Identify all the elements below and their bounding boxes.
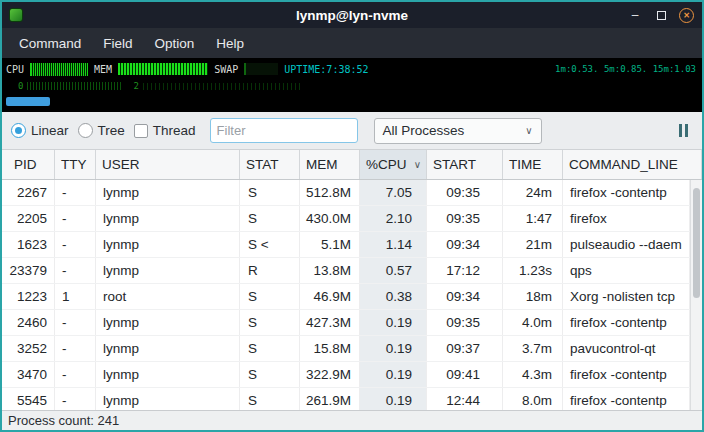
process-row[interactable]: 5545 - lynmp S 261.9M 0.19 12:44 8.0m fi… [2,388,690,410]
cell-user: lynmp [96,336,240,361]
column-header-start[interactable]: START [427,150,503,179]
cell-mem: 427.3M [300,310,360,335]
pause-icon [679,124,682,137]
cell-cpu: 0.57 [360,258,427,283]
cell-command-line: pulseaudio --daem [563,232,690,257]
cpu-history-graph [27,82,123,90]
cell-tty: - [55,206,96,231]
cell-start: 09:41 [427,362,503,387]
menu-option[interactable]: Option [144,28,206,58]
cell-stat: S [240,388,300,410]
load-average-text: 1m:0.53. 5m:0.85. 15m:1.03 [555,64,696,74]
column-header-tty[interactable]: TTY [55,150,96,179]
cell-time: 8.0m [503,388,563,410]
graph-scrollbar[interactable] [2,94,702,108]
cell-time: 21m [503,232,563,257]
cell-mem: 512.8M [300,180,360,205]
cell-mem: 261.9M [300,388,360,410]
window-title: lynmp@lyn-nvme [2,8,702,23]
column-header-stat[interactable]: STAT [240,150,300,179]
thread-checkbox-option[interactable]: Thread [134,123,196,138]
cell-cpu: 0.38 [360,284,427,309]
linear-radio-icon[interactable] [11,123,26,138]
minimize-button-icon[interactable]: – [627,7,643,23]
cell-tty: - [55,180,96,205]
cell-user: lynmp [96,310,240,335]
cell-time: 24m [503,180,563,205]
swap-label: SWAP [214,64,238,75]
cell-cpu: 0.19 [360,388,427,410]
cell-cpu: 2.10 [360,206,427,231]
cell-command-line: firefox -contentp [563,362,690,387]
menu-command[interactable]: Command [8,28,92,58]
cell-cpu: 1.14 [360,232,427,257]
maximize-button[interactable] [653,7,669,23]
cell-start: 09:34 [427,232,503,257]
cell-stat: S [240,310,300,335]
process-count-text: Process count: 241 [8,413,119,428]
process-row[interactable]: 3252 - lynmp S 15.8M 0.19 09:37 3.7m pav… [2,336,690,362]
statusbar: Process count: 241 [2,410,702,430]
cell-command-line: firefox [563,206,690,231]
tree-radio-icon[interactable] [78,123,93,138]
cell-pid: 2267 [2,180,55,205]
column-header-command-line[interactable]: COMMAND_LINE [563,150,702,179]
cell-time: 1.23s [503,258,563,283]
cell-command-line: firefox -contentp [563,180,690,205]
app-window: lynmp@lyn-nvme – ✕ Command Field Option … [0,0,704,432]
cell-cpu: 0.19 [360,362,427,387]
menu-help[interactable]: Help [205,28,255,58]
vertical-scrollbar-thumb[interactable] [693,188,700,298]
mem-history-graph [143,83,303,90]
column-header-user[interactable]: USER [96,150,240,179]
cell-user: lynmp [96,206,240,231]
cell-start: 09:35 [427,310,503,335]
column-header-mem[interactable]: MEM [300,150,360,179]
process-row[interactable]: 2460 - lynmp S 427.3M 0.19 09:35 4.0m fi… [2,310,690,336]
cell-user: lynmp [96,362,240,387]
titlebar-buttons: – ✕ [627,7,694,23]
pause-button[interactable] [679,123,688,139]
controls-bar: Linear Tree Thread All Processes ∨ [2,112,702,150]
cell-cpu: 0.19 [360,336,427,361]
cell-pid: 3252 [2,336,55,361]
process-table: PID TTY USER STAT MEM %CPU ∨ START TIME … [2,150,702,410]
graph-scrollbar-thumb[interactable] [6,97,50,106]
process-row[interactable]: 2267 - lynmp S 512.8M 7.05 09:35 24m fir… [2,180,690,206]
cell-command-line: qps [563,258,690,283]
column-header-pid[interactable]: PID [2,150,55,179]
process-filter-select[interactable]: All Processes ∨ [374,118,542,144]
cpu-header-label: %CPU [366,157,407,172]
tree-radio-option[interactable]: Tree [78,123,125,138]
cell-tty: - [55,362,96,387]
close-button[interactable]: ✕ [679,8,694,23]
menu-field[interactable]: Field [92,28,143,58]
cell-start: 09:37 [427,336,503,361]
thread-checkbox-label: Thread [153,123,196,138]
cpu-usage-graph [30,63,88,76]
process-row[interactable]: 1623 - lynmp S < 5.1M 1.14 09:34 21m pul… [2,232,690,258]
cell-mem: 430.0M [300,206,360,231]
filter-input[interactable] [210,118,358,143]
vertical-scrollbar[interactable] [690,180,702,410]
process-row[interactable]: 3470 - lynmp S 322.9M 0.19 09:41 4.3m fi… [2,362,690,388]
linear-radio-option[interactable]: Linear [11,123,69,138]
column-header-time[interactable]: TIME [503,150,563,179]
mem-label: MEM [94,64,112,75]
cell-tty: - [55,388,96,410]
process-row[interactable]: 2205 - lynmp S 430.0M 2.10 09:35 1:47 fi… [2,206,690,232]
cell-user: lynmp [96,258,240,283]
thread-checkbox-icon[interactable] [134,124,148,138]
cell-stat: S [240,284,300,309]
cell-cpu: 7.05 [360,180,427,205]
cell-mem: 5.1M [300,232,360,257]
system-monitor-graphs: CPU MEM SWAP UPTIME:7:38:52 1m:0.53. 5m:… [2,58,702,112]
titlebar[interactable]: lynmp@lyn-nvme – ✕ [2,2,702,28]
cell-mem: 46.9M [300,284,360,309]
process-row[interactable]: 23379 - lynmp R 13.8M 0.57 17:12 1.23s q… [2,258,690,284]
sort-descending-icon: ∨ [414,159,421,170]
column-header-cpu[interactable]: %CPU ∨ [360,150,427,179]
cell-pid: 1223 [2,284,55,309]
cell-user: lynmp [96,180,240,205]
process-row[interactable]: 1223 1 root S 46.9M 0.38 09:34 18m Xorg … [2,284,690,310]
